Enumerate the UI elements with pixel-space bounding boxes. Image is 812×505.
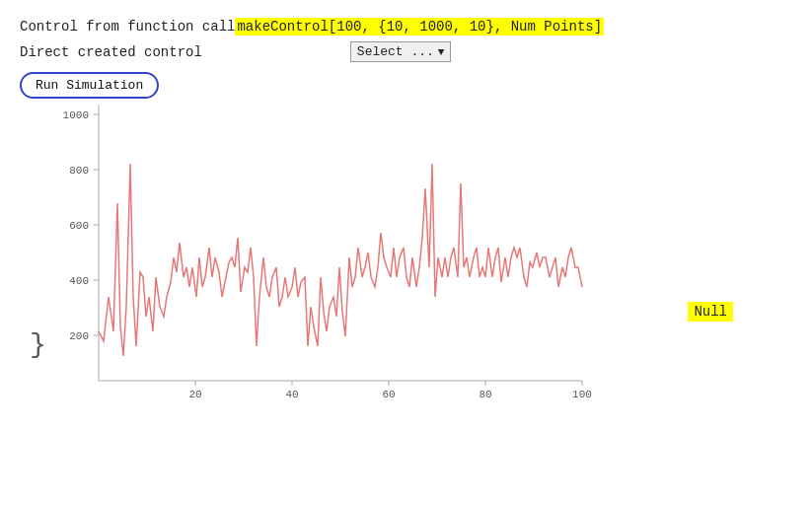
chart-svg: 1000 800 600 400 200 20 40 60 80: [59, 105, 592, 410]
chart-area: } 1000 800 600 400 200: [20, 105, 792, 410]
chart-container: 1000 800 600 400 200 20 40 60 80: [59, 105, 592, 410]
svg-text:400: 400: [69, 275, 89, 287]
svg-text:60: 60: [382, 389, 395, 400]
run-simulation-area: Run Simulation: [20, 72, 792, 99]
y-axis-bracket: }: [30, 331, 46, 359]
line1-highlight: makeControl[100, {10, 1000, 10}, Num Poi…: [235, 18, 604, 36]
svg-text:40: 40: [285, 389, 298, 400]
null-badge: Null: [688, 302, 733, 322]
select-dropdown[interactable]: Select ... ▼: [350, 41, 452, 62]
svg-text:800: 800: [69, 165, 89, 177]
svg-text:200: 200: [69, 330, 89, 342]
line1: Control from function call makeControl[1…: [20, 18, 792, 36]
chevron-down-icon: ▼: [438, 46, 445, 58]
svg-text:1000: 1000: [63, 109, 89, 121]
top-section: Control from function call makeControl[1…: [0, 0, 812, 105]
svg-text:80: 80: [479, 389, 491, 400]
svg-text:20: 20: [188, 389, 201, 400]
svg-text:600: 600: [69, 220, 89, 232]
line2-text: Direct created control: [20, 44, 202, 60]
svg-text:100: 100: [572, 389, 592, 400]
chart-line: [99, 164, 582, 356]
select-label: Select ...: [357, 44, 434, 59]
line2: Direct created control Select ... ▼: [20, 41, 792, 62]
run-simulation-button[interactable]: Run Simulation: [20, 72, 159, 99]
line1-prefix: Control from function call: [20, 19, 235, 35]
